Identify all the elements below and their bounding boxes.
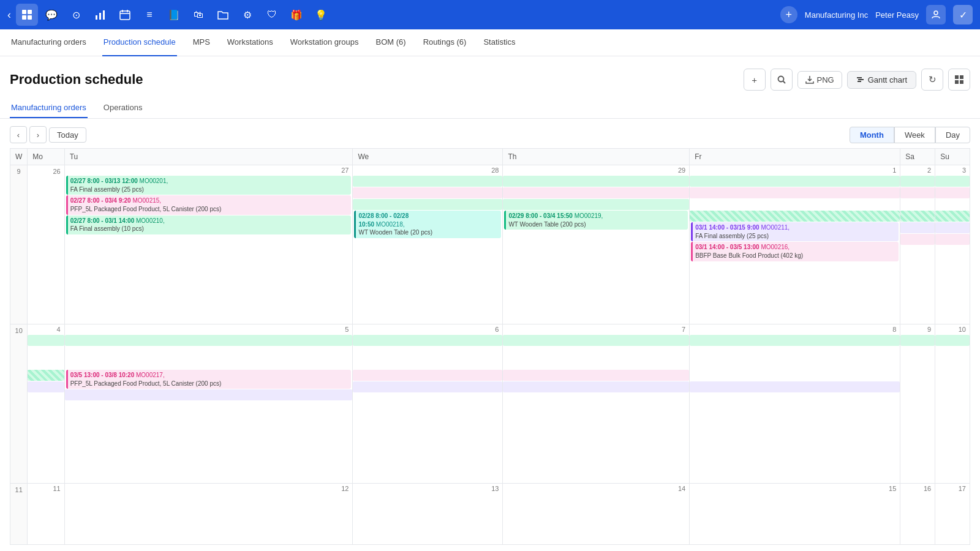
svg-rect-5 bbox=[99, 13, 101, 20]
event-cont2-mo00201 bbox=[503, 176, 689, 187]
day-number: 3 bbox=[935, 165, 970, 175]
event-cont3-mo00219 bbox=[690, 211, 900, 222]
event-cont-mo00201 bbox=[353, 176, 502, 187]
event-space bbox=[690, 199, 900, 210]
settings-icon[interactable]: ⚙ bbox=[236, 4, 258, 26]
tuesday-header: Tu bbox=[64, 149, 353, 165]
week-view-button[interactable]: Week bbox=[894, 127, 935, 143]
view-toggle-button[interactable] bbox=[948, 69, 970, 91]
export-png-button[interactable]: PNG bbox=[797, 71, 842, 89]
svg-rect-16 bbox=[858, 81, 861, 82]
app-icons: 💬 ⊙ ≡ 📘 🛍 ⚙ 🛡 🎁 💡 bbox=[16, 4, 780, 26]
month-view-button[interactable]: Month bbox=[850, 127, 894, 143]
bulb-icon[interactable]: 💡 bbox=[310, 4, 332, 26]
week-row-9: 9 26 27 02/27 8:00 - 03/13 12:00 MO00201… bbox=[10, 165, 970, 324]
calendar-header: W Mo Tu We Th Fr Sa Su bbox=[10, 149, 970, 165]
add-button[interactable]: + bbox=[780, 6, 797, 23]
app-icon-main[interactable] bbox=[16, 4, 38, 26]
book-icon[interactable]: 📘 bbox=[163, 4, 185, 26]
menu-bom[interactable]: BOM (6) bbox=[375, 29, 407, 56]
event-mo00210[interactable]: 02/27 8:00 - 03/1 14:00 MO00210, FA Fina… bbox=[66, 216, 352, 234]
day-tue-5[interactable]: 5 03/5 13:00 - 03/8 10:20 MO00217, PFP_5… bbox=[64, 324, 353, 484]
day-mon-26[interactable]: 26 bbox=[28, 165, 64, 324]
clock-icon[interactable]: ⊙ bbox=[65, 4, 87, 26]
saturday-header: Sa bbox=[900, 149, 935, 165]
svg-rect-19 bbox=[955, 80, 959, 84]
day-number: 5 bbox=[65, 324, 353, 334]
event-mo00211[interactable]: 03/1 14:00 - 03/15 9:00 MO00211, FA Fina… bbox=[691, 222, 899, 241]
search-button[interactable] bbox=[771, 69, 793, 91]
prev-period-button[interactable]: ‹ bbox=[10, 126, 27, 143]
menu-routings[interactable]: Routings (6) bbox=[422, 29, 468, 56]
back-button[interactable]: ‹ bbox=[7, 9, 11, 21]
event-mo00216[interactable]: 03/1 14:00 - 03/5 13:00 MO00216, BBFP Ba… bbox=[691, 242, 899, 261]
day-thu-7[interactable]: 7 bbox=[503, 324, 690, 484]
day-number: 9 bbox=[900, 324, 935, 334]
day-mon-4[interactable]: 4 bbox=[28, 324, 64, 484]
day-thu-14[interactable]: 14 bbox=[503, 484, 690, 545]
day-view-button[interactable]: Day bbox=[935, 127, 970, 143]
week-row-11: 11 11 12 13 14 15 16 bbox=[10, 484, 970, 545]
list-icon[interactable]: ≡ bbox=[138, 4, 160, 26]
subtab-operations[interactable]: Operations bbox=[102, 98, 144, 118]
next-period-button[interactable]: › bbox=[29, 126, 47, 143]
day-sun-3[interactable]: 3 bbox=[935, 165, 970, 324]
day-sat-9[interactable]: 9 bbox=[900, 324, 935, 484]
menu-mps[interactable]: MPS bbox=[192, 29, 211, 56]
day-wed-6[interactable]: 6 bbox=[353, 324, 503, 484]
day-fri-15[interactable]: 15 bbox=[690, 484, 900, 545]
menu-production-schedule[interactable]: Production schedule bbox=[102, 29, 177, 56]
day-wed-28[interactable]: 28 02/28 8:00 - 02/28 10:50 MO00218, WT … bbox=[353, 165, 503, 324]
todo-icon[interactable]: ✓ bbox=[953, 5, 973, 24]
gantt-label: Gantt chart bbox=[868, 75, 907, 84]
event-mo00219[interactable]: 02/29 8:00 - 03/4 15:50 MO00219, WT Wood… bbox=[504, 211, 688, 230]
menu-manufacturing-orders[interactable]: Manufacturing orders bbox=[10, 29, 88, 56]
chart-icon[interactable] bbox=[89, 4, 111, 26]
calendar-wrapper: W Mo Tu We Th Fr Sa Su 9 26 27 bbox=[0, 148, 980, 545]
event-mo00215[interactable]: 02/27 8:00 - 03/4 9:20 MO00215, PFP_5L P… bbox=[66, 195, 352, 214]
day-mon-11[interactable]: 11 bbox=[28, 484, 64, 545]
day-fri-8[interactable]: 8 bbox=[690, 324, 900, 484]
event-cont9-mo00201 bbox=[503, 335, 689, 346]
svg-rect-6 bbox=[103, 10, 105, 20]
monday-header: Mo bbox=[28, 149, 64, 165]
week-num-9: 9 bbox=[10, 165, 28, 324]
subtab-manufacturing-orders[interactable]: Manufacturing orders bbox=[10, 98, 88, 118]
menu-statistics[interactable]: Statistics bbox=[482, 29, 516, 56]
day-number: 13 bbox=[353, 484, 502, 493]
gantt-chart-button[interactable]: Gantt chart bbox=[847, 71, 916, 89]
day-sun-17[interactable]: 17 bbox=[935, 484, 970, 545]
today-button[interactable]: Today bbox=[49, 127, 86, 143]
event-cont12-mo00201 bbox=[935, 335, 970, 346]
folder-icon[interactable] bbox=[212, 4, 234, 26]
day-number: 2 bbox=[900, 165, 935, 175]
event-cont4-mo00216 bbox=[900, 234, 935, 245]
day-sat-2[interactable]: 2 bbox=[900, 165, 935, 324]
bag-icon[interactable]: 🛍 bbox=[187, 4, 209, 26]
day-wed-13[interactable]: 13 bbox=[353, 484, 503, 545]
user-avatar[interactable] bbox=[926, 5, 946, 24]
menu-workstations[interactable]: Workstations bbox=[226, 29, 274, 56]
shield-icon[interactable]: 🛡 bbox=[261, 4, 283, 26]
event-cont6-mo00219 bbox=[28, 370, 64, 381]
day-tue-27[interactable]: 27 02/27 8:00 - 03/13 12:00 MO00201, FA … bbox=[64, 165, 353, 324]
day-tue-12[interactable]: 12 bbox=[64, 484, 353, 545]
day-number: 29 bbox=[503, 165, 689, 175]
gift-icon[interactable]: 🎁 bbox=[285, 4, 307, 26]
topbar: ‹ 💬 ⊙ ≡ 📘 🛍 ⚙ 🛡 🎁 💡 + Manufacturing Inc … bbox=[0, 0, 980, 29]
svg-rect-15 bbox=[858, 79, 864, 80]
week-num-10: 10 bbox=[10, 324, 28, 484]
day-thu-29[interactable]: 29 02/29 8:00 - 03/4 15:50 MO00219, WT W… bbox=[503, 165, 690, 324]
event-mo00201[interactable]: 02/27 8:00 - 03/13 12:00 MO00201, FA Fin… bbox=[66, 176, 352, 195]
calendar-icon[interactable] bbox=[114, 4, 136, 26]
day-sat-16[interactable]: 16 bbox=[900, 484, 935, 545]
refresh-button[interactable]: ↻ bbox=[921, 69, 943, 91]
day-number: 17 bbox=[935, 484, 970, 493]
event-mo00217[interactable]: 03/5 13:00 - 03/8 10:20 MO00217, PFP_5L … bbox=[66, 370, 352, 389]
discuss-icon[interactable]: 💬 bbox=[40, 4, 62, 26]
day-fri-1[interactable]: 1 03/1 14:00 - 03/15 9:00 MO00211, FA Fi… bbox=[690, 165, 900, 324]
event-mo00218[interactable]: 02/28 8:00 - 02/28 10:50 MO00218, WT Woo… bbox=[354, 211, 501, 238]
menu-workstation-groups[interactable]: Workstation groups bbox=[289, 29, 360, 56]
add-record-button[interactable]: + bbox=[744, 69, 766, 91]
day-sun-10[interactable]: 10 bbox=[935, 324, 970, 484]
